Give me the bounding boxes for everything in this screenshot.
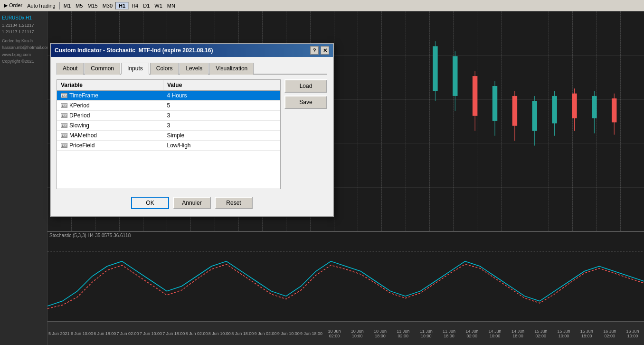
- td-value: 3: [163, 111, 280, 120]
- tab-colors[interactable]: Colors: [150, 63, 179, 75]
- load-button[interactable]: Load: [284, 79, 327, 93]
- help-button[interactable]: ?: [310, 46, 319, 55]
- tab-inputs[interactable]: Inputs: [121, 63, 149, 75]
- tab-common[interactable]: Common: [85, 63, 120, 75]
- modal-title: Custom Indicator - Stochastic_MTF-Ind (e…: [55, 47, 213, 54]
- tab-bar: About Common Inputs Colors Levels Visual…: [57, 62, 327, 75]
- td-variable: 123 TimeFrame: [57, 91, 163, 100]
- ok-button[interactable]: OK: [131, 197, 169, 209]
- close-button[interactable]: ✕: [321, 46, 329, 55]
- td-value: 3: [163, 121, 280, 130]
- table-row[interactable]: 123 KPeriod 5: [57, 101, 280, 111]
- inputs-table: Variable Value 123 TimeFrame: [57, 79, 281, 189]
- row-icon-pricefield: 123: [61, 143, 67, 148]
- row-icon-mamethod: 123: [61, 133, 67, 138]
- save-button[interactable]: Save: [284, 96, 327, 109]
- row-icon-timeframe: 123: [61, 93, 67, 98]
- table-row[interactable]: 123 TimeFrame 4 Hours: [57, 91, 280, 101]
- val-timeframe: 4 Hours: [167, 92, 187, 99]
- table-wrapper: Variable Value 123 TimeFrame: [57, 79, 281, 193]
- td-variable: 123 DPeriod: [57, 111, 163, 120]
- table-row[interactable]: 123 Slowing 3: [57, 121, 280, 131]
- row-icon-kperiod: 123: [61, 103, 67, 108]
- td-variable: 123 MAMethod: [57, 131, 163, 140]
- modal-titlebar: Custom Indicator - Stochastic_MTF-Ind (e…: [51, 44, 333, 57]
- td-variable: 123 KPeriod: [57, 101, 163, 110]
- content-row: Variable Value 123 TimeFrame: [57, 79, 327, 193]
- modal-overlay: Custom Indicator - Stochastic_MTF-Ind (e…: [0, 0, 644, 345]
- modal-controls: ? ✕: [310, 46, 329, 55]
- reset-button[interactable]: Reset: [215, 197, 253, 209]
- table-header: Variable Value: [57, 80, 280, 91]
- val-slowing: 3: [167, 122, 170, 129]
- td-value: 5: [163, 101, 280, 110]
- tab-levels[interactable]: Levels: [180, 63, 208, 75]
- row-icon-dperiod: 123: [61, 113, 67, 118]
- val-pricefield: Low/High: [167, 142, 190, 149]
- td-value: Simple: [163, 131, 280, 140]
- td-variable: 123 PriceField: [57, 141, 163, 150]
- var-dperiod: DPeriod: [69, 112, 90, 119]
- modal-body: About Common Inputs Colors Levels Visual…: [51, 57, 333, 216]
- td-value: 4 Hours: [163, 91, 280, 100]
- val-kperiod: 5: [167, 102, 170, 109]
- row-icon-slowing: 123: [61, 123, 67, 128]
- table-row[interactable]: 123 PriceField Low/High: [57, 141, 280, 151]
- table-body: 123 TimeFrame 4 Hours 123: [57, 91, 280, 189]
- var-timeframe: TimeFrame: [69, 92, 98, 99]
- var-pricefield: PriceField: [69, 142, 95, 149]
- cancel-button[interactable]: Annuler: [173, 197, 211, 209]
- tab-visualization[interactable]: Visualization: [209, 63, 254, 75]
- td-variable: 123 Slowing: [57, 121, 163, 130]
- td-value: Low/High: [163, 141, 280, 150]
- bottom-buttons: OK Annuler Reset: [57, 193, 327, 211]
- val-dperiod: 3: [167, 112, 170, 119]
- col-value: Value: [163, 80, 280, 90]
- var-mamethod: MAMethod: [69, 132, 97, 139]
- side-buttons: Load Save: [284, 79, 327, 109]
- table-row[interactable]: 123 DPeriod 3: [57, 111, 280, 121]
- table-empty-space: [57, 151, 280, 189]
- col-variable: Variable: [57, 80, 163, 90]
- val-mamethod: Simple: [167, 132, 184, 139]
- var-slowing: Slowing: [69, 122, 89, 129]
- indicator-dialog: Custom Indicator - Stochastic_MTF-Ind (e…: [50, 43, 334, 217]
- table-row[interactable]: 123 MAMethod Simple: [57, 131, 280, 141]
- var-kperiod: KPeriod: [69, 102, 90, 109]
- tab-about[interactable]: About: [57, 63, 84, 75]
